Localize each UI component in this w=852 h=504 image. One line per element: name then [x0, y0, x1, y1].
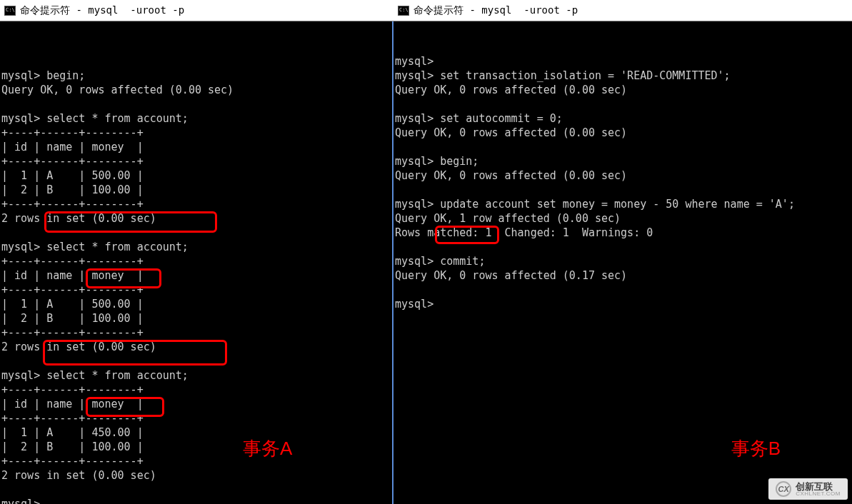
titlebar-left[interactable]: 命令提示符 - mysql -uroot -p	[0, 0, 394, 21]
watermark-icon: CX	[776, 481, 791, 497]
watermark-sub: CXHLNET.COM	[796, 491, 841, 497]
terminal-left[interactable]: mysql> begin; Query OK, 0 rows affected …	[0, 21, 394, 504]
split-container: 命令提示符 - mysql -uroot -p mysql> begin; Qu…	[0, 0, 852, 504]
panel-right: 命令提示符 - mysql -uroot -p mysql> mysql> se…	[394, 0, 852, 504]
terminal-content-left: mysql> begin; Query OK, 0 rows affected …	[1, 54, 391, 504]
cmd-icon	[398, 6, 409, 16]
annotation-right: 事务B	[731, 441, 781, 455]
panel-left: 命令提示符 - mysql -uroot -p mysql> begin; Qu…	[0, 0, 394, 504]
watermark-brand: 创新互联	[796, 482, 841, 491]
window-title-left: 命令提示符 - mysql -uroot -p	[20, 4, 184, 17]
cmd-icon	[4, 6, 16, 16]
window-title-right: 命令提示符 - mysql -uroot -p	[414, 4, 578, 17]
terminal-right[interactable]: mysql> mysql> set transaction_isolation …	[394, 21, 852, 504]
watermark: CX 创新互联 CXHLNET.COM	[768, 478, 848, 500]
watermark-text: 创新互联 CXHLNET.COM	[796, 482, 841, 497]
titlebar-right[interactable]: 命令提示符 - mysql -uroot -p	[394, 0, 852, 21]
terminal-content-right: mysql> mysql> set transaction_isolation …	[395, 54, 851, 311]
